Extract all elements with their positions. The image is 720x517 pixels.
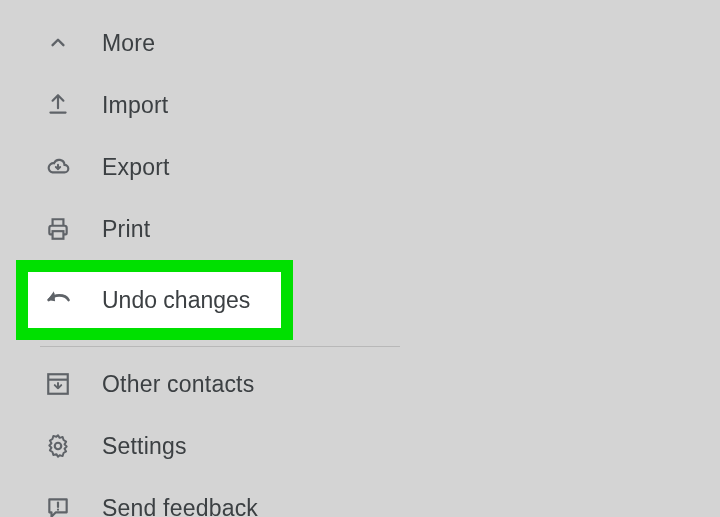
menu-item-settings[interactable]: Settings bbox=[0, 415, 720, 477]
menu-label-more: More bbox=[102, 30, 155, 57]
undo-icon bbox=[44, 286, 72, 314]
menu-item-send-feedback[interactable]: Send feedback bbox=[0, 477, 720, 517]
menu-label-other-contacts: Other contacts bbox=[102, 371, 254, 398]
upload-icon bbox=[44, 91, 72, 119]
menu-item-print[interactable]: Print bbox=[0, 198, 720, 260]
highlight-box: Undo changes bbox=[16, 260, 293, 340]
svg-rect-0 bbox=[53, 231, 64, 239]
archive-icon bbox=[44, 370, 72, 398]
menu-item-other-contacts[interactable]: Other contacts bbox=[0, 353, 720, 415]
sidebar-menu: More Import Export Print bbox=[0, 0, 720, 517]
menu-label-import: Import bbox=[102, 92, 168, 119]
menu-label-export: Export bbox=[102, 154, 170, 181]
cloud-download-icon bbox=[44, 153, 72, 181]
chevron-up-icon bbox=[44, 29, 72, 57]
menu-label-settings: Settings bbox=[102, 433, 187, 460]
svg-point-3 bbox=[55, 443, 62, 450]
menu-item-undo-changes[interactable]: Undo changes bbox=[28, 272, 281, 328]
menu-label-print: Print bbox=[102, 216, 150, 243]
menu-label-undo: Undo changes bbox=[102, 287, 250, 314]
menu-item-more[interactable]: More bbox=[0, 12, 720, 74]
divider bbox=[40, 346, 400, 347]
svg-point-4 bbox=[57, 509, 59, 511]
feedback-icon bbox=[44, 494, 72, 517]
menu-item-export[interactable]: Export bbox=[0, 136, 720, 198]
print-icon bbox=[44, 215, 72, 243]
gear-icon bbox=[44, 432, 72, 460]
menu-item-import[interactable]: Import bbox=[0, 74, 720, 136]
menu-label-feedback: Send feedback bbox=[102, 495, 258, 518]
